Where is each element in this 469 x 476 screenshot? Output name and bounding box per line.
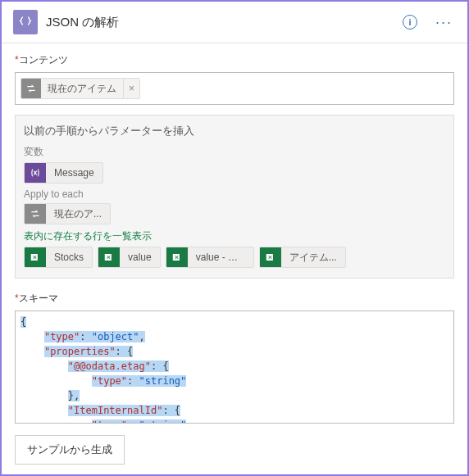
section-table: 表内に存在する行を一覧表示 Stocks value value - 項... … xyxy=(24,229,445,268)
excel-icon xyxy=(166,247,188,268)
chip-label: Stocks xyxy=(46,252,92,263)
token-current-item[interactable]: 現在のアイテム × xyxy=(20,78,140,99)
excel-icon xyxy=(98,247,120,268)
json-key: "type" xyxy=(44,331,80,342)
loop-icon xyxy=(25,203,46,224)
chip-value-item[interactable]: value - 項... xyxy=(166,247,254,268)
action-header: JSON の解析 i ··· xyxy=(2,2,467,43)
info-icon[interactable]: i xyxy=(403,15,417,29)
json-string: "string" xyxy=(139,419,187,424)
section-table-label: 表内に存在する行を一覧表示 xyxy=(24,229,445,243)
chip-stocks[interactable]: Stocks xyxy=(24,247,93,268)
parse-json-icon xyxy=(13,10,38,34)
json-key: "properties" xyxy=(44,346,116,357)
schema-label-text: スキーマ xyxy=(19,292,58,304)
variable-icon xyxy=(25,162,46,184)
chip-value[interactable]: value xyxy=(98,247,161,268)
chip-label: value xyxy=(120,252,160,263)
chip-label: アイテム... xyxy=(281,251,345,265)
json-key: "ItemInternalId" xyxy=(68,405,163,416)
json-string: "string" xyxy=(139,375,187,387)
excel-icon xyxy=(260,247,281,268)
dynamic-title: 以前の手順からパラメーターを挿入 xyxy=(24,124,445,138)
schema-editor[interactable]: { "type": "object", "properties": { "@@o… xyxy=(15,311,454,424)
token-remove[interactable]: × xyxy=(123,79,139,98)
chip-label: value - 項... xyxy=(188,251,253,265)
chip-label: Message xyxy=(46,167,102,179)
section-apply-label: Apply to each xyxy=(24,188,445,200)
action-body: *コンテンツ 現在のアイテム × 以前の手順からパラメーターを挿入 変数 Mes… xyxy=(2,43,467,474)
chip-current-item[interactable]: 現在のア... xyxy=(24,203,111,224)
excel-icon xyxy=(25,247,46,268)
json-key: "type" xyxy=(92,375,127,387)
dynamic-content-panel: 以前の手順からパラメーターを挿入 変数 Message Apply to eac… xyxy=(15,115,454,279)
section-apply: Apply to each 現在のア... xyxy=(24,188,445,224)
json-string: "object" xyxy=(92,331,139,342)
content-label-text: コンテンツ xyxy=(19,54,68,66)
json-key: "@@odata.etag" xyxy=(68,360,151,372)
content-input[interactable]: 現在のアイテム × xyxy=(15,72,454,105)
section-variables-label: 変数 xyxy=(24,145,445,159)
more-icon[interactable]: ··· xyxy=(432,14,456,31)
action-title: JSON の解析 xyxy=(46,15,394,30)
generate-from-sample-button[interactable]: サンプルから生成 xyxy=(15,435,125,465)
chip-label: 現在のア... xyxy=(46,207,110,221)
schema-label: *スキーマ xyxy=(15,292,454,306)
token-label: 現在のアイテム xyxy=(41,82,123,96)
chip-message[interactable]: Message xyxy=(24,162,103,184)
json-key: "type" xyxy=(92,419,127,424)
loop-icon xyxy=(21,79,41,98)
content-label: *コンテンツ xyxy=(15,53,454,67)
section-variables: 変数 Message xyxy=(24,145,445,184)
svg-rect-3 xyxy=(266,254,272,261)
chip-item[interactable]: アイテム... xyxy=(259,247,346,268)
